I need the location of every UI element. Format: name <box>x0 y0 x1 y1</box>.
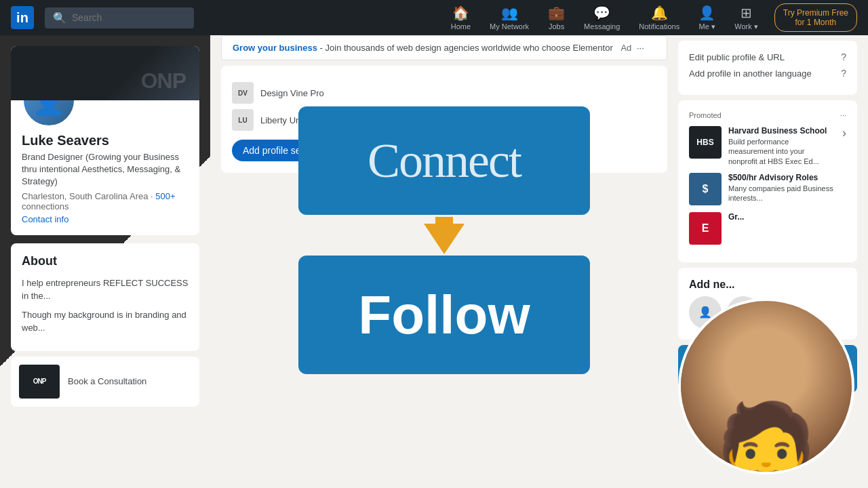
follow-label: Follow <box>358 284 530 346</box>
book-thumbnail: ONP <box>19 365 60 399</box>
promo-title-0: Harvard Business School <box>728 126 833 136</box>
nav-item-network[interactable]: 👥 My Network <box>481 1 537 35</box>
promo-content-1: $500/hr Advisory Roles Many companies pa… <box>728 173 846 203</box>
network-icon: 👥 <box>501 5 518 21</box>
about-card: About I help entrepreneurs REFLECT SUCCE… <box>11 243 199 351</box>
help-icon[interactable]: ? <box>841 52 846 62</box>
nav-item-me[interactable]: 👤 Me ▾ <box>690 1 724 35</box>
promo-logo-1: $ <box>689 173 722 205</box>
linkedin-logo[interactable]: in <box>11 6 34 29</box>
search-icon: 🔍 <box>53 12 66 24</box>
top-navigation: in 🔍 🏠 Home 👥 My Network 💼 Jobs 💬 Messag… <box>0 0 868 35</box>
profile-banner: ONP <box>11 46 199 100</box>
chevron-right-icon-0: › <box>840 126 846 140</box>
about-text-2: Though my background is in branding and … <box>22 308 189 335</box>
webcam-overlay: 🧑 <box>678 298 854 474</box>
promo-item-1[interactable]: $ $500/hr Advisory Roles Many companies … <box>689 173 846 205</box>
profile-header-card: DV Design Vine Pro LU Liberty University… <box>221 66 667 173</box>
book-card: ONP Book a Consultation <box>11 357 199 407</box>
premium-button[interactable]: Try Premium Freefor 1 Month <box>774 3 857 32</box>
profile-location: Charleston, South Carolina Area · 500+ c… <box>22 191 189 211</box>
nav-label-jobs: Jobs <box>549 22 564 30</box>
webcam-person: 🧑 <box>681 301 852 472</box>
connections-count[interactable]: 500+ <box>155 191 175 201</box>
add-new-title: Add ne... <box>689 279 846 291</box>
contact-info-link[interactable]: Contact info <box>22 214 189 224</box>
profile-info: Luke Seavers Brand Designer (Growing you… <box>11 127 199 235</box>
promo-logo-0: HBS <box>689 126 722 159</box>
arrow-down-icon <box>420 217 468 254</box>
profile-name: Luke Seavers <box>22 133 189 148</box>
about-title: About <box>22 254 189 268</box>
edit-profile-link[interactable]: Edit public profile & URL ? <box>689 52 846 62</box>
nav-label-messaging: Messaging <box>584 22 620 30</box>
ad-link[interactable]: Grow your business <box>233 43 317 53</box>
profile-url-card: Edit public profile & URL ? Add profile … <box>678 41 857 95</box>
book-label[interactable]: Book a Consultation <box>68 376 146 386</box>
search-input[interactable] <box>72 12 186 23</box>
connect-follow-overlay: Connect Follow <box>298 106 590 374</box>
nav-label-work: Work ▾ <box>734 22 758 31</box>
left-panel: ONP 👤 Luke Seavers Brand Designer (Growi… <box>0 35 210 488</box>
nav-item-notifications[interactable]: 🔔 Notifications <box>631 1 688 35</box>
notifications-icon: 🔔 <box>651 5 668 21</box>
nav-label-me: Me ▾ <box>699 22 715 31</box>
add-language-link[interactable]: Add profile in another language ? <box>689 68 846 79</box>
messaging-icon: 💬 <box>593 5 610 21</box>
promo-desc-0: Build performance measurement into your … <box>728 137 833 166</box>
promo-item-2[interactable]: E Gr... <box>689 212 846 245</box>
connect-label: Connect <box>368 133 521 189</box>
help-icon-2[interactable]: ? <box>841 68 846 79</box>
nav-icons: 🏠 Home 👥 My Network 💼 Jobs 💬 Messaging 🔔… <box>443 1 857 35</box>
center-panel: Grow your business - Join thousands of w… <box>210 35 678 488</box>
ad-text: - Join thousands of web design agencies … <box>317 43 613 53</box>
nav-item-messaging[interactable]: 💬 Messaging <box>576 1 628 35</box>
banner-logo: ONP <box>141 68 186 94</box>
arrow-container <box>420 215 468 256</box>
promoted-card: Promoted ··· HBS Harvard Business School… <box>678 100 857 262</box>
edu-school-0: Design Vine Pro <box>260 88 324 98</box>
profile-card: ONP 👤 Luke Seavers Brand Designer (Growi… <box>11 46 199 235</box>
edu-logo-0: DV <box>232 82 254 104</box>
promo-title-1: $500/hr Advisory Roles <box>728 173 846 182</box>
nav-label-network: My Network <box>490 22 529 30</box>
nav-label-home: Home <box>451 22 471 30</box>
webcam-face: 🧑 <box>715 404 817 474</box>
nav-item-work[interactable]: ⊞ Work ▾ <box>726 1 766 35</box>
about-text-1: I help entrepreneurs REFLECT SUCCESS in … <box>22 277 189 303</box>
ad-more-icon[interactable]: ··· <box>637 43 644 53</box>
promo-title-2: Gr... <box>728 212 744 222</box>
nav-label-notifications: Notifications <box>639 22 679 30</box>
nav-item-home[interactable]: 🏠 Home <box>443 1 479 35</box>
follow-box[interactable]: Follow <box>298 256 590 374</box>
promoted-more-icon[interactable]: ··· <box>840 111 846 119</box>
ad-badge: Ad <box>620 43 631 53</box>
promoted-label: Promoted ··· <box>689 111 846 119</box>
jobs-icon: 💼 <box>548 5 565 21</box>
edu-logo-1: LU <box>232 109 254 131</box>
promo-content-2: Gr... <box>728 212 744 222</box>
profile-title: Brand Designer (Growing your Business th… <box>22 151 189 188</box>
svg-rect-1 <box>435 217 453 230</box>
nav-item-jobs[interactable]: 💼 Jobs <box>540 1 573 35</box>
ad-banner: Grow your business - Join thousands of w… <box>221 35 667 60</box>
promo-item-0[interactable]: HBS Harvard Business School Build perfor… <box>689 126 846 166</box>
work-icon: ⊞ <box>741 5 752 21</box>
promo-content-0: Harvard Business School Build performanc… <box>728 126 833 166</box>
edu-item-0: DV Design Vine Pro <box>232 82 656 104</box>
home-icon: 🏠 <box>452 5 469 21</box>
me-icon: 👤 <box>698 5 715 21</box>
promo-logo-2: E <box>689 212 722 245</box>
connect-box[interactable]: Connect <box>298 106 590 215</box>
promo-desc-1: Many companies paid Business interests..… <box>728 184 846 203</box>
search-box[interactable]: 🔍 <box>45 7 194 28</box>
